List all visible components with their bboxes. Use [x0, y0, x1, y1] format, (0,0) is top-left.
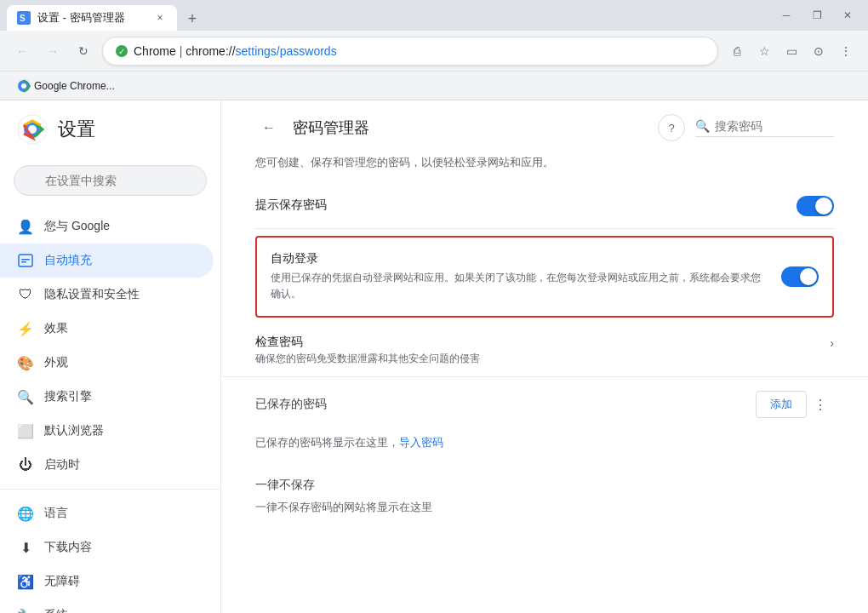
offer-save-section: 提示保存密码 — [221, 177, 868, 236]
sidebar-item-language[interactable]: 🌐 语言 — [0, 496, 214, 530]
pm-title: 密码管理器 — [293, 117, 648, 138]
pm-back-button[interactable]: ← — [255, 114, 283, 141]
auto-signin-info: 自动登录 使用已保存的凭据自动登录网站和应用。如果关闭了该功能，在您每次登录网站… — [271, 251, 768, 302]
sidebar-item-label: 下载内容 — [44, 540, 92, 555]
forward-button[interactable]: → — [41, 39, 65, 63]
maximize-button[interactable]: ❐ — [803, 5, 831, 26]
check-password-label: 检查密码 — [255, 335, 830, 350]
download-icon: ⬇ — [17, 539, 34, 556]
sidebar-item-system[interactable]: 🔧 系统 — [0, 599, 214, 613]
wrench-icon: 🔧 — [17, 607, 34, 613]
pm-description: 您可创建、保存和管理您的密码，以便轻松登录网站和应用。 — [221, 141, 868, 177]
sidebar-divider — [0, 489, 220, 490]
sidebar-item-download[interactable]: ⬇ 下载内容 — [0, 530, 214, 564]
sidebar-item-label: 自动填充 — [44, 253, 92, 268]
sidebar: 设置 🔍 👤 您与 Google 自动填充 — [0, 100, 221, 613]
close-button[interactable]: ✕ — [834, 5, 861, 26]
profile-button[interactable]: ⊙ — [807, 39, 831, 63]
sidebar-item-autofill[interactable]: 自动填充 — [0, 243, 214, 278]
sidebar-item-label: 外观 — [44, 355, 68, 370]
sidebar-search-container: 🔍 — [0, 158, 220, 209]
menu-button[interactable]: ⋮ — [834, 39, 858, 63]
bookmark-google-chrome[interactable]: Google Chrome... — [10, 76, 122, 96]
never-save-empty: 一律不保存密码的网站将显示在这里 — [255, 500, 834, 515]
svg-text:S: S — [20, 14, 26, 23]
offer-save-row: 提示保存密码 — [255, 184, 834, 229]
bookmark-button[interactable]: ☆ — [752, 39, 776, 63]
address-bar: ← → ↻ ✓ Chrome | chrome://settings/passw… — [0, 31, 868, 72]
browser-icon: ⬜ — [17, 422, 34, 439]
search-icon: 🔍 — [17, 388, 34, 405]
sidebar-item-look[interactable]: 🎨 外观 — [0, 346, 214, 380]
sidebar-item-accessibility[interactable]: ♿ 无障碍 — [0, 564, 214, 599]
sidebar-item-label: 无障碍 — [44, 574, 80, 589]
refresh-button[interactable]: ↻ — [71, 39, 95, 63]
auto-signin-toggle[interactable] — [781, 266, 819, 287]
sidebar-item-label: 语言 — [44, 506, 68, 521]
sidebar-search-input[interactable] — [14, 165, 207, 196]
sidebar-item-search[interactable]: 🔍 搜索引擎 — [0, 380, 214, 414]
globe-icon: 🌐 — [17, 505, 34, 522]
main-layout: 设置 🔍 👤 您与 Google 自动填充 — [0, 100, 868, 613]
tab-favicon: S — [17, 11, 31, 25]
power-icon: ⏻ — [17, 456, 34, 473]
pm-search-icon: 🔍 — [695, 119, 710, 133]
svg-point-5 — [21, 83, 26, 89]
auto-signin-sublabel: 使用已保存的凭据自动登录网站和应用。如果关闭了该功能，在您每次登录网站或应用之前… — [271, 270, 768, 302]
new-tab-button[interactable]: + — [180, 7, 204, 31]
saved-passwords-more-button[interactable]: ⋮ — [807, 391, 834, 418]
tab-close-button[interactable]: × — [153, 11, 167, 25]
sidebar-item-label: 您与 Google — [44, 219, 110, 234]
sidebar-item-appearance[interactable]: ⚡ 效果 — [0, 312, 214, 346]
sidebar-item-label: 系统 — [44, 608, 68, 613]
offer-save-toggle[interactable] — [797, 196, 834, 216]
sidebar-search-wrap: 🔍 — [14, 165, 207, 196]
sidebar-item-label: 隐私设置和安全性 — [44, 287, 140, 302]
check-password-row[interactable]: 检查密码 确保您的密码免受数据泄露和其他安全问题的侵害 › — [221, 324, 868, 377]
minimize-button[interactable]: ─ — [773, 5, 800, 26]
tab-title: 设置 - 密码管理器 — [37, 10, 146, 26]
pm-help-button[interactable]: ? — [658, 114, 685, 141]
shield-icon: 🛡 — [17, 286, 34, 303]
url-path: settings/passwords — [236, 44, 337, 58]
tablet-button[interactable]: ▭ — [779, 39, 803, 63]
back-button[interactable]: ← — [10, 39, 34, 63]
palette-icon: 🎨 — [17, 354, 34, 371]
accessibility-icon: ♿ — [17, 573, 34, 590]
add-password-button[interactable]: 添加 — [756, 391, 807, 418]
check-password-sublabel: 确保您的密码免受数据泄露和其他安全问题的侵害 — [255, 352, 830, 366]
sidebar-item-privacy[interactable]: 🛡 隐私设置和安全性 — [0, 278, 214, 312]
sidebar-item-label: 搜索引擎 — [44, 389, 92, 404]
sidebar-header: 设置 — [0, 100, 220, 158]
saved-passwords-section: 已保存的密码 添加 ⋮ 已保存的密码将显示在这里，导入密码 — [221, 377, 868, 464]
never-save-section: 一律不保存 一律不保存密码的网站将显示在这里 — [221, 464, 868, 522]
auto-signin-box: 自动登录 使用已保存的凭据自动登录网站和应用。如果关闭了该功能，在您每次登录网站… — [255, 236, 834, 318]
saved-empty-text: 已保存的密码将显示在这里， — [255, 436, 399, 449]
check-password-chevron: › — [830, 336, 834, 350]
sidebar-item-label: 效果 — [44, 321, 68, 336]
never-save-title: 一律不保存 — [255, 478, 834, 493]
chrome-logo — [17, 114, 48, 145]
share-button[interactable]: ⎙ — [725, 39, 749, 63]
sidebar-item-startup[interactable]: ⏻ 启动时 — [0, 448, 214, 482]
title-bar: S 设置 - 密码管理器 × + ─ ❐ ✕ — [0, 0, 868, 31]
bookmark-label: Google Chrome... — [34, 80, 115, 92]
toolbar-actions: ⎙ ☆ ▭ ⊙ ⋮ — [725, 39, 858, 63]
offer-save-label: 提示保存密码 — [255, 198, 797, 213]
url-bar[interactable]: ✓ Chrome | chrome://settings/passwords — [102, 37, 718, 66]
performance-icon: ⚡ — [17, 320, 34, 337]
import-passwords-link[interactable]: 导入密码 — [399, 436, 443, 449]
pm-search-input[interactable] — [715, 119, 834, 133]
sidebar-item-google[interactable]: 👤 您与 Google — [0, 209, 214, 243]
sidebar-nav: 👤 您与 Google 自动填充 🛡 隐私设置和安全性 ⚡ — [0, 209, 220, 613]
saved-passwords-empty: 已保存的密码将显示在这里，导入密码 — [255, 428, 834, 457]
offer-save-thumb — [815, 198, 832, 215]
content-area: ← 密码管理器 ? 🔍 您可创建、保存和管理您的密码，以便轻松登录网站和应用。 … — [221, 100, 868, 613]
window-controls: ─ ❐ ✕ — [773, 5, 861, 26]
sidebar-item-browser[interactable]: ⬜ 默认浏览器 — [0, 414, 214, 448]
active-tab[interactable]: S 设置 - 密码管理器 × — [7, 5, 177, 31]
check-password-info: 检查密码 确保您的密码免受数据泄露和其他安全问题的侵害 — [255, 335, 830, 366]
auto-signin-label: 自动登录 — [271, 251, 768, 266]
tab-strip: S 设置 - 密码管理器 × + — [7, 0, 204, 31]
pm-search-bar[interactable]: 🔍 — [695, 119, 834, 137]
